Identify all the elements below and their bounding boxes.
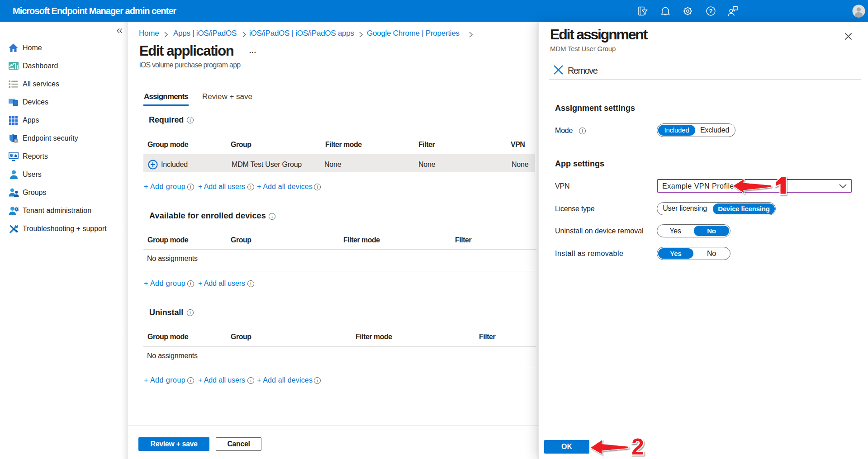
svg-text:2: 2 [631, 435, 644, 459]
svg-text:?: ? [709, 8, 713, 14]
